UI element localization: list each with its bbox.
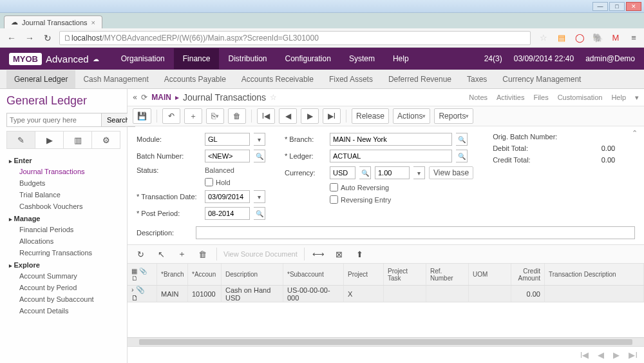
pager-last-button[interactable]: ▶I	[629, 350, 638, 360]
tree-item-cashbook-vouchers[interactable]: Cashbook Vouchers	[19, 201, 120, 212]
ledger-input[interactable]	[330, 150, 452, 162]
grid-row[interactable]: › 📎 🗋 MAIN 101000 Cash on Hand USD US-00…	[128, 286, 644, 302]
batch-input[interactable]	[205, 150, 250, 162]
nav-system[interactable]: System	[340, 48, 384, 69]
actions-dropdown[interactable]: Actions	[393, 108, 430, 124]
add-button[interactable]: ＋	[184, 108, 202, 124]
row-branch[interactable]: MAIN	[157, 286, 188, 302]
save-button[interactable]: 💾	[133, 108, 151, 124]
grid-cursor-button[interactable]: ↖	[153, 247, 169, 261]
row-account[interactable]: 101000	[188, 286, 222, 302]
copy-button[interactable]: ⎘	[206, 108, 224, 124]
nav-configuration[interactable]: Configuration	[276, 48, 340, 69]
delete-button[interactable]: 🗑	[228, 108, 246, 124]
reports-dropdown[interactable]: Reports	[434, 108, 473, 124]
nav-distribution[interactable]: Distribution	[219, 48, 276, 69]
tree-group-manage[interactable]: Manage	[9, 215, 120, 222]
release-button[interactable]: Release	[352, 108, 389, 124]
breadcrumb-root[interactable]: MAIN	[151, 93, 171, 102]
sidebar-tab-edit[interactable]: ✎	[7, 132, 35, 148]
sidebar-tab-settings[interactable]: ⚙	[92, 132, 120, 148]
customisation-link[interactable]: Customisation	[558, 93, 603, 102]
row-project-task[interactable]	[384, 286, 426, 302]
tree-item-allocations[interactable]: Allocations	[19, 235, 120, 247]
tree-item-account-summary[interactable]: Account Summary	[19, 270, 120, 282]
next-record-button[interactable]: ▶	[301, 108, 319, 124]
evernote-icon[interactable]: 🐘	[592, 33, 603, 43]
tree-item-account-by-subaccount[interactable]: Account by Subaccount	[19, 293, 120, 305]
files-link[interactable]: Files	[533, 93, 548, 102]
row-transaction-description[interactable]	[545, 286, 644, 302]
nav-help[interactable]: Help	[384, 48, 418, 69]
row-uom[interactable]	[469, 286, 511, 302]
tab-close-icon[interactable]: ×	[91, 19, 95, 26]
subnav-taxes[interactable]: Taxes	[459, 70, 495, 88]
batch-lookup-icon[interactable]: 🔍	[254, 150, 265, 162]
last-record-button[interactable]: ▶I	[323, 108, 341, 124]
date-picker-icon[interactable]: ▾	[254, 190, 265, 203]
subnav-accounts-receivable[interactable]: Accounts Receivable	[234, 70, 321, 88]
notifications-count[interactable]: 24(3)	[484, 54, 502, 63]
currency-lookup-icon[interactable]: 🔍	[359, 166, 371, 179]
transaction-date-input[interactable]	[205, 190, 250, 203]
post-period-input[interactable]	[205, 207, 250, 220]
hold-checkbox[interactable]: Hold	[205, 178, 231, 186]
description-input[interactable]	[196, 226, 635, 239]
currency-input[interactable]	[330, 166, 355, 179]
prev-record-button[interactable]: ◀	[279, 108, 297, 124]
url-bar[interactable]: 🗋 localhost /MYOBAdvancedERP/(W(66))/Mai…	[59, 31, 531, 45]
subnav-currency-management[interactable]: Currency Management	[495, 70, 589, 88]
nav-organisation[interactable]: Organisation	[112, 48, 174, 69]
reload-button[interactable]: ↻	[41, 32, 54, 44]
sidebar-tab-chart[interactable]: ▥	[64, 132, 92, 148]
grid-header-project[interactable]: Project	[344, 264, 384, 285]
auto-reversing-checkbox[interactable]: Auto Reversing	[330, 183, 389, 191]
grid-header-transaction-description[interactable]: Transaction Description	[545, 264, 644, 285]
row-ref-number[interactable]	[426, 286, 469, 302]
ledger-lookup-icon[interactable]: 🔍	[456, 150, 468, 162]
subnav-cash-management[interactable]: Cash Management	[75, 70, 156, 88]
tree-item-financial-periods[interactable]: Financial Periods	[19, 224, 120, 235]
tree-item-account-by-period[interactable]: Account by Period	[19, 282, 120, 293]
row-selector[interactable]: › 📎 🗋	[128, 286, 157, 302]
tree-item-budgets[interactable]: Budgets	[19, 177, 120, 189]
grid-header-uom[interactable]: UOM	[469, 264, 511, 285]
undo-button[interactable]: ↶	[162, 108, 180, 124]
grid-header-branch[interactable]: *Branch	[157, 264, 188, 285]
module-select[interactable]	[205, 133, 250, 146]
row-description[interactable]: Cash on Hand USD	[222, 286, 283, 302]
tree-group-explore[interactable]: Explore	[9, 261, 120, 269]
browser-tab[interactable]: ☁ Journal Transactions ×	[4, 15, 102, 28]
gmail-icon[interactable]: M	[611, 33, 621, 43]
window-maximize-button[interactable]: □	[609, 2, 625, 11]
rate-input[interactable]	[375, 166, 410, 179]
subnav-accounts-payable[interactable]: Accounts Payable	[156, 70, 234, 88]
scrollbar-thumb[interactable]	[139, 339, 632, 345]
grid-horizontal-scrollbar[interactable]	[128, 337, 644, 346]
grid-fit-button[interactable]: ⟷	[311, 247, 327, 261]
star-icon[interactable]: ☆	[538, 33, 549, 43]
back-button[interactable]: ←	[5, 32, 18, 44]
window-minimize-button[interactable]: —	[592, 2, 608, 11]
grid-header-subaccount[interactable]: *Subaccount	[283, 264, 344, 285]
pager-next-button[interactable]: ▶	[613, 350, 620, 360]
pager-first-button[interactable]: I◀	[580, 350, 589, 360]
grid-header-ref-number[interactable]: Ref. Number	[426, 264, 469, 285]
window-close-button[interactable]: ✕	[626, 2, 641, 11]
grid-header-account[interactable]: *Accoun	[188, 264, 222, 285]
view-source-document-link[interactable]: View Source Document	[223, 250, 298, 258]
subnav-deferred-revenue[interactable]: Deferred Revenue	[381, 70, 459, 88]
favorite-icon[interactable]: ☆	[270, 93, 277, 102]
grid-header-description[interactable]: Description	[222, 264, 283, 285]
sidebar-tab-play[interactable]: ▶	[35, 132, 64, 148]
menu-icon[interactable]: ≡	[629, 33, 639, 43]
tree-item-account-details[interactable]: Account Details	[19, 305, 120, 317]
help-dropdown-icon[interactable]: ▾	[635, 93, 639, 102]
tree-item-trial-balance[interactable]: Trial Balance	[19, 189, 120, 201]
subnav-general-ledger[interactable]: General Ledger	[6, 70, 75, 88]
first-record-button[interactable]: I◀	[257, 108, 275, 124]
grid-export-button[interactable]: ⊠	[332, 247, 347, 261]
rss-icon[interactable]: ▤	[556, 33, 567, 43]
branch-input[interactable]	[330, 133, 452, 146]
forward-button[interactable]: →	[23, 32, 36, 44]
